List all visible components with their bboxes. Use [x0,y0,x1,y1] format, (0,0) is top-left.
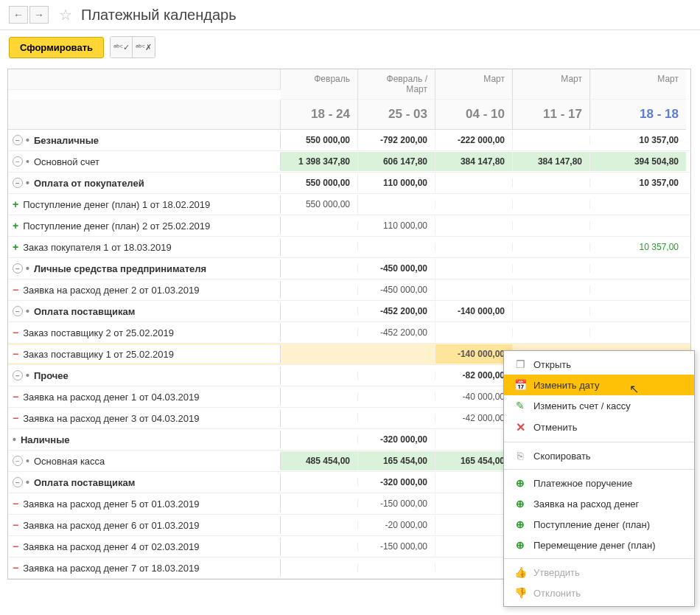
cell[interactable] [590,328,686,337]
menu-change-account[interactable]: ✎Изменить счет / кассу [504,395,694,416]
cell[interactable]: -450 000,00 [358,280,435,299]
menu-reject[interactable]: 👎Отклонить [504,583,694,584]
cell[interactable] [513,178,590,187]
cell[interactable] [358,243,435,251]
row-label[interactable]: −•Безналичные [8,131,281,149]
row-label[interactable]: −•Оплата от покупателей [8,174,281,192]
cell[interactable] [281,243,358,251]
row-label[interactable]: −Заявка на расход денег 2 от 01.03.2019 [8,281,281,299]
cell[interactable] [358,350,435,358]
cell[interactable] [513,200,590,209]
cell[interactable]: -140 000,00 [435,344,513,364]
menu-copy[interactable]: ⎘Скопировать [504,445,694,466]
cell[interactable] [281,264,358,273]
cell[interactable]: 550 000,00 [281,173,358,192]
cell[interactable]: 10 357,00 [590,131,686,150]
row-label[interactable]: −Заявка на расход денег 5 от 01.03.2019 [8,495,281,512]
cell[interactable] [435,499,513,508]
cell[interactable]: 1 398 347,80 [281,152,358,171]
cell[interactable]: 10 357,00 [590,237,686,257]
row-label[interactable]: −Заявка на расход денег 7 от 18.03.2019 [8,559,281,577]
cell[interactable]: -222 000,00 [435,131,513,150]
cell[interactable]: -20 000,00 [358,515,435,535]
cell[interactable] [590,307,686,316]
cell[interactable] [358,563,435,572]
cell[interactable]: -320 000,00 [358,430,435,449]
row-label[interactable]: −•Личные средства предпринимателя [8,260,281,277]
cell[interactable] [281,350,358,358]
row-label[interactable]: −Заявка на расход денег 4 от 02.03.2019 [8,538,281,555]
row-label[interactable]: +Заказ покупателя 1 от 18.03.2019 [8,238,281,256]
cell[interactable] [435,563,513,572]
cell[interactable]: -320 000,00 [358,473,435,492]
back-button[interactable]: ← [9,6,28,24]
cell[interactable] [435,178,513,187]
cell[interactable] [281,221,358,230]
spellcheck-off-button[interactable]: ᵃᵇᶜ✗ [133,37,155,58]
cell[interactable] [513,264,590,273]
menu-transfer-plan[interactable]: ⊕Перемещение денег (план) [504,535,694,555]
cell[interactable] [590,221,686,230]
cell[interactable] [435,221,513,230]
cell[interactable] [435,285,513,294]
row-label[interactable]: −Заказ поставщику 2 от 25.02.2019 [8,324,281,341]
cell[interactable]: -140 000,00 [435,302,513,321]
cell[interactable] [513,285,590,294]
row-label[interactable]: −Заявка на расход денег 3 от 04.03.2019 [8,409,281,427]
cell[interactable] [513,221,590,230]
cell[interactable]: 550 000,00 [281,195,358,214]
cell[interactable] [513,243,590,251]
cell[interactable]: -150 000,00 [358,494,435,513]
cell[interactable] [358,200,435,209]
row-label[interactable]: −•Прочее [8,366,281,384]
spellcheck-on-button[interactable]: ᵃᵇᶜ✓ [111,37,133,58]
cell[interactable] [435,521,513,529]
cell[interactable] [435,264,513,273]
menu-income-plan[interactable]: ⊕Поступление денег (план) [504,514,694,535]
cell[interactable] [513,328,590,337]
cell[interactable] [281,414,358,423]
cell[interactable]: 550 000,00 [281,131,358,150]
menu-change-date[interactable]: 📅Изменить дату [504,375,694,395]
cell[interactable] [435,542,513,551]
cell[interactable]: -82 000,00 [435,366,513,385]
cell[interactable] [281,285,358,294]
cell[interactable] [281,392,358,401]
collapse-toggle[interactable]: − [13,306,23,316]
cell[interactable] [435,478,513,487]
cell[interactable] [590,285,686,294]
row-label[interactable]: −Заказ поставщику 1 от 25.02.2019 [8,345,281,363]
row-label[interactable]: −•Оплата поставщикам [8,473,281,491]
cell[interactable] [358,392,435,401]
cell[interactable] [281,328,358,337]
cell[interactable]: -792 200,00 [358,131,435,150]
cell[interactable] [281,435,358,444]
collapse-toggle[interactable]: − [13,178,23,188]
cell[interactable] [281,542,358,551]
menu-approve[interactable]: 👍Утвердить [504,562,694,583]
row-label[interactable]: •Наличные [8,431,281,448]
cell[interactable]: -150 000,00 [358,537,435,556]
cell[interactable] [435,200,513,209]
cell[interactable]: -42 000,00 [435,409,513,428]
cell[interactable]: -452 200,00 [358,302,435,321]
collapse-toggle[interactable]: − [13,370,23,381]
row-label[interactable]: −•Оплата поставщикам [8,302,281,320]
cell[interactable] [358,414,435,423]
cell[interactable] [281,521,358,529]
cell[interactable]: 606 147,80 [358,152,435,171]
form-button[interactable]: Сформировать [9,37,104,58]
cell[interactable]: -452 200,00 [358,323,435,342]
cell[interactable]: 110 000,00 [358,216,435,235]
star-icon[interactable]: ☆ [59,6,72,24]
cell[interactable] [513,307,590,316]
collapse-toggle[interactable]: − [13,477,23,487]
cell[interactable]: 485 454,00 [281,451,358,470]
cell[interactable] [281,371,358,380]
cell[interactable]: 10 357,00 [590,173,686,192]
menu-expense-request[interactable]: ⊕Заявка на расход денег [504,493,694,514]
cell[interactable]: 394 504,80 [590,152,686,171]
row-label[interactable]: −•Основной счет [8,153,281,170]
cell[interactable] [358,371,435,380]
cell[interactable] [590,264,686,273]
